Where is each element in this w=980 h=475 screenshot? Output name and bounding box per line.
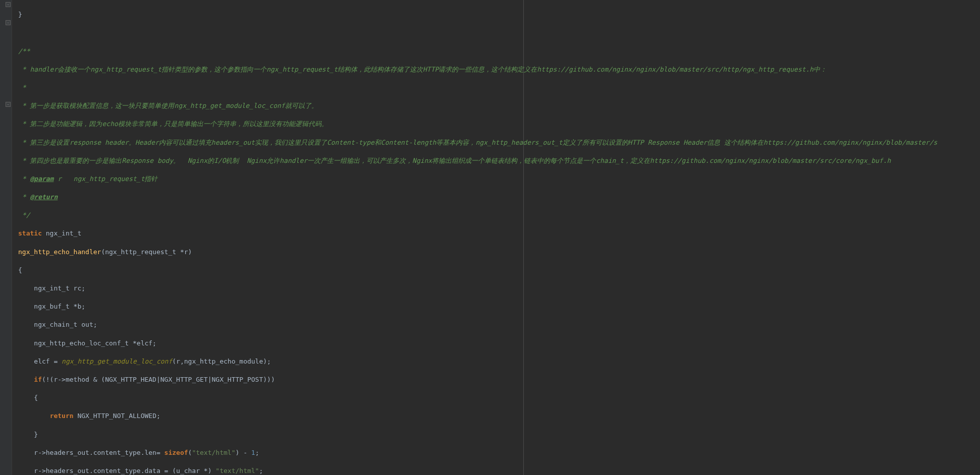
keyword: if [34,376,42,383]
code-text: { [18,266,22,274]
doc-comment: * [18,175,30,183]
code-text: (r,ngx_http_echo_module); [172,358,271,365]
editor-gutter[interactable]: - - - [0,0,12,475]
code-text: (!(r->method & (NGX_HTTP_HEAD|NGX_HTTP_G… [42,376,275,383]
code-text [18,412,50,420]
keyword: sizeof [165,449,188,456]
fold-toggle-icon[interactable]: - [6,102,11,107]
macro-call: ngx_http_get_module_loc_conf [62,358,172,365]
code-text: } [18,11,22,18]
doc-comment: * [18,193,30,201]
code-text: NGX_HTTP_NOT_ALLOWED; [74,412,160,420]
code-text: r->headers_out.content_type.data = (u_ch… [18,467,215,474]
code-text: (ngx_http_request_t *r) [101,248,192,256]
code-text: elcf = [18,358,62,365]
doc-comment: */ [18,211,30,219]
doc-comment: * 第一步是获取模块配置信息，这一块只要简单使用ngx_http_get_mod… [18,102,318,109]
code-text: { [18,394,38,401]
code-editor[interactable]: } /** * handler会接收一个ngx_http_request_t指针… [18,0,980,475]
number-literal: 1 [251,449,255,456]
doc-comment: r ngx_http_request_t指针 [53,175,157,183]
doc-comment: * [18,84,26,91]
doc-tag: @param [30,175,53,183]
string-literal: "text/html" [192,449,235,456]
code-text: ngx_http_echo_loc_conf_t *elcf; [18,339,156,347]
keyword: static [18,229,42,237]
string-literal: "text/html" [215,467,259,474]
doc-comment: /** [18,47,30,55]
code-text: ; [255,449,259,456]
code-text: ; [259,467,263,474]
doc-comment: * 第二步是功能逻辑，因为echo模块非常简单，只是简单输出一个字符串，所以这里… [18,120,328,128]
code-text: ngx_buf_t *b; [18,303,85,310]
doc-comment: * handler会接收一个ngx_http_request_t指针类型的参数，… [18,66,827,73]
fold-toggle-icon[interactable]: - [6,2,11,7]
function-name: ngx_http_echo_handler [18,248,101,256]
code-text: r->headers_out.content_type.len= [18,449,165,456]
code-text: ngx_chain_t out; [18,321,97,328]
code-text: ngx_int_t [42,229,81,237]
code-text: ) - [235,449,251,456]
keyword: return [50,412,74,420]
fold-toggle-icon[interactable]: - [6,20,11,25]
code-text: } [18,431,38,438]
code-text [18,376,34,383]
doc-comment: * 第四步也是最重要的一步是输出Response body。 Nginx的I/O… [18,157,891,164]
code-text: ngx_int_t rc; [18,284,85,292]
doc-tag: @return [30,193,58,201]
doc-comment: * 第三步是设置response header。Header内容可以通过填充he… [18,139,937,146]
